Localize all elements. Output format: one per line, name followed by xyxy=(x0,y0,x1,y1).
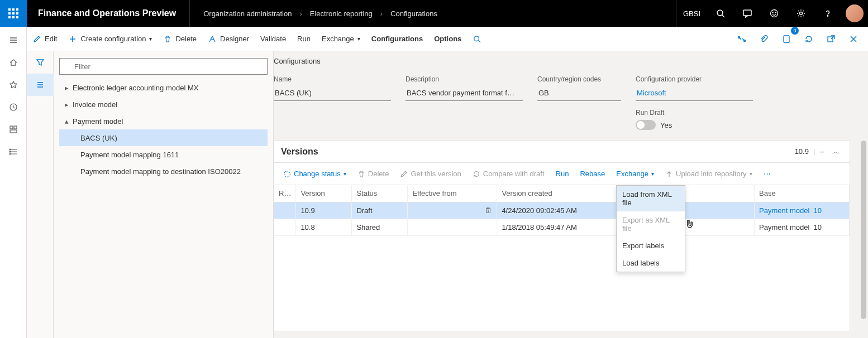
help-icon[interactable] xyxy=(814,0,841,27)
recent-icon[interactable] xyxy=(0,96,27,118)
workspace-icon[interactable] xyxy=(0,118,27,141)
svg-rect-6 xyxy=(8,16,11,18)
find-button[interactable] xyxy=(467,27,487,51)
name-value[interactable]: BACS (UK) xyxy=(274,86,391,101)
col-version[interactable]: Version xyxy=(296,185,352,202)
filter-icon[interactable] xyxy=(27,51,54,74)
home-icon[interactable] xyxy=(0,51,27,74)
more-icon[interactable]: ⋯ xyxy=(759,165,775,183)
run-label: Run xyxy=(297,35,311,43)
svg-line-10 xyxy=(722,15,724,17)
table-row[interactable]: 10.9 Draft 🗓 4/24/2020 09:02:45 AM Payme… xyxy=(274,202,850,219)
pencil-icon xyxy=(32,35,41,44)
app-launcher[interactable] xyxy=(0,0,27,27)
tree-label: Payment model xyxy=(73,117,123,125)
load-labels-item[interactable]: Load labels xyxy=(617,254,685,272)
provider-value[interactable]: Microsoft xyxy=(636,86,753,101)
exchange-version-label: Exchange xyxy=(616,170,648,178)
create-configuration-button[interactable]: Create configuration ▾ xyxy=(63,27,158,51)
load-from-xml-item[interactable]: Load from XML file xyxy=(617,186,685,211)
tree-node[interactable]: Payment model mapping 1611 xyxy=(59,146,268,163)
refresh-icon[interactable] xyxy=(799,29,819,49)
designer-button[interactable]: Designer xyxy=(202,27,255,51)
calendar-icon[interactable]: 🗓 xyxy=(485,206,492,215)
tree-node[interactable]: ▸Invoice model xyxy=(59,96,268,113)
chevron-up-icon[interactable]: ︿ xyxy=(829,147,843,157)
options-button[interactable]: Options xyxy=(428,27,467,51)
designer-label: Designer xyxy=(220,35,249,43)
tree-node[interactable]: ▸Electronic ledger accounting model MX xyxy=(59,79,268,96)
rundraft-toggle[interactable] xyxy=(636,120,656,130)
cell-version: 10.8 xyxy=(296,219,352,235)
compare-button[interactable]: Compare with draft xyxy=(468,165,549,183)
description-label: Description xyxy=(406,75,523,83)
search-icon[interactable] xyxy=(707,0,734,27)
tree-node[interactable]: ▴Payment model xyxy=(59,113,268,129)
delete-button[interactable]: Delete xyxy=(158,27,202,51)
chevron-right-icon: › xyxy=(299,9,302,18)
filter-input[interactable] xyxy=(59,58,268,75)
description-value[interactable]: BACS vendor payment format f… xyxy=(406,86,523,101)
tree-node[interactable]: Payment model mapping to destination ISO… xyxy=(59,163,268,180)
cell-status: Shared xyxy=(352,219,408,235)
svg-point-16 xyxy=(827,16,828,16)
upload-repository-button[interactable]: Upload into repository ▾ xyxy=(661,165,756,183)
caret-right-icon: ▸ xyxy=(65,84,73,92)
messages-icon[interactable] xyxy=(734,0,761,27)
get-version-label: Get this version xyxy=(411,170,461,178)
get-version-button[interactable]: Get this version xyxy=(395,165,465,183)
hamburger-icon[interactable] xyxy=(0,29,27,51)
delete-version-button[interactable]: Delete xyxy=(353,165,394,183)
breadcrumb-item[interactable]: Configurations xyxy=(390,9,437,18)
attachment-icon[interactable] xyxy=(754,29,774,49)
svg-rect-26 xyxy=(10,130,17,133)
svg-line-18 xyxy=(479,40,481,42)
change-status-button[interactable]: Change status ▾ xyxy=(279,165,351,183)
country-label: Country/region codes xyxy=(537,75,621,83)
list-icon[interactable] xyxy=(27,74,54,96)
svg-point-17 xyxy=(474,36,479,41)
caret-right-icon: ▸ xyxy=(65,100,73,109)
edit-label: Edit xyxy=(45,35,57,43)
cell-base[interactable]: Payment model xyxy=(759,206,809,215)
export-as-xml-item[interactable]: Export as XML file xyxy=(617,211,685,237)
export-labels-item[interactable]: Export labels xyxy=(617,237,685,254)
avatar[interactable] xyxy=(841,0,868,27)
rebase-button[interactable]: Rebase xyxy=(575,165,609,183)
run-version-button[interactable]: Run xyxy=(551,165,574,183)
tree-node-selected[interactable]: BACS (UK) xyxy=(59,129,268,146)
cell-basenum[interactable]: 10 xyxy=(814,206,822,215)
breadcrumb-item[interactable]: Electronic reporting xyxy=(310,9,373,18)
exchange-version-button[interactable]: Exchange ▾ xyxy=(612,165,659,183)
connector-icon[interactable] xyxy=(732,29,752,49)
configurations-button[interactable]: Configurations xyxy=(366,27,428,51)
edit-button[interactable]: Edit xyxy=(27,27,63,51)
col-r[interactable]: R… xyxy=(274,185,296,202)
favorite-icon[interactable] xyxy=(0,74,27,96)
col-effective[interactable]: Effective from xyxy=(408,185,497,202)
col-base[interactable]: Base xyxy=(755,185,850,202)
smiley-icon[interactable] xyxy=(761,0,788,27)
delete-version-label: Delete xyxy=(368,170,389,178)
col-status[interactable]: Status xyxy=(352,185,408,202)
run-button[interactable]: Run xyxy=(292,27,316,51)
breadcrumb-item[interactable]: Organization administration xyxy=(203,9,292,18)
gear-icon[interactable] xyxy=(788,0,814,27)
exchange-button[interactable]: Exchange ▾ xyxy=(316,27,366,51)
modules-icon[interactable] xyxy=(0,141,27,163)
notification-icon[interactable]: 0 xyxy=(776,29,797,49)
notification-badge: 0 xyxy=(791,27,799,35)
table-row[interactable]: 10.8 Shared 1/18/2018 05:49:47 AM Paymen… xyxy=(274,219,850,235)
popout-icon[interactable] xyxy=(821,29,841,49)
run-version-label: Run xyxy=(556,170,569,178)
company-selector[interactable]: GBSI xyxy=(676,0,707,27)
svg-rect-5 xyxy=(16,12,18,15)
scrollbar[interactable] xyxy=(858,51,868,338)
close-icon[interactable] xyxy=(843,29,864,49)
svg-rect-4 xyxy=(12,12,15,15)
validate-button[interactable]: Validate xyxy=(255,27,292,51)
scrollbar-thumb[interactable] xyxy=(861,141,866,319)
svg-point-9 xyxy=(717,10,723,16)
country-value[interactable]: GB xyxy=(537,86,621,101)
tree-label: BACS (UK) xyxy=(80,134,117,142)
